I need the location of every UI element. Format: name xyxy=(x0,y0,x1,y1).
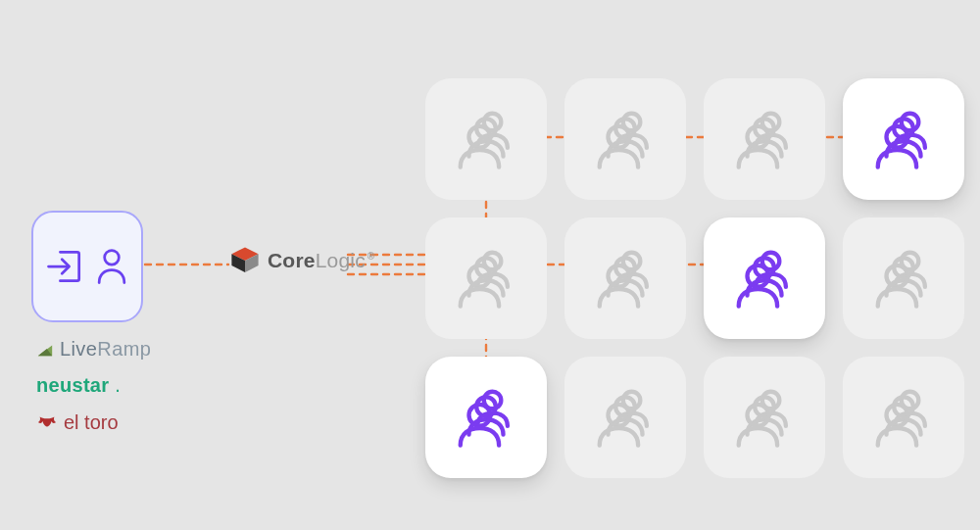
provider-liveramp-label: LiveRamp xyxy=(60,339,151,359)
audience-group-icon xyxy=(869,383,938,452)
audience-tile xyxy=(843,217,964,339)
audience-group-icon xyxy=(869,105,938,173)
providers-list: LiveRamp neustar. el toro xyxy=(36,339,151,433)
provider-neustar: neustar. xyxy=(36,375,151,395)
user-icon xyxy=(92,245,131,288)
audience-tile-matched xyxy=(425,357,547,478)
provider-neustar-label: neustar xyxy=(36,375,109,395)
audience-tile xyxy=(564,357,686,478)
audience-tile-matched xyxy=(704,217,825,339)
enter-arrow-icon xyxy=(43,245,86,288)
provider-liveramp: LiveRamp xyxy=(36,339,151,359)
audience-tile xyxy=(425,217,547,339)
provider-eltoro-label: el toro xyxy=(64,412,119,432)
audience-group-icon xyxy=(591,105,660,173)
audience-tile xyxy=(564,78,686,200)
audience-group-icon xyxy=(591,244,660,313)
eltoro-icon xyxy=(36,411,58,433)
audience-tile xyxy=(704,357,825,478)
audience-group-icon xyxy=(452,105,520,173)
audience-tile xyxy=(425,78,547,200)
corelogic-icon xyxy=(228,244,262,277)
audience-tile xyxy=(564,217,686,339)
audience-group-icon xyxy=(730,244,799,313)
audience-group-icon xyxy=(452,244,520,313)
audience-tile xyxy=(704,78,825,200)
audience-tile xyxy=(843,357,964,478)
audience-group-icon xyxy=(452,383,520,452)
audience-group-icon xyxy=(730,383,799,452)
liveramp-icon xyxy=(36,340,54,358)
hub-label: CoreLogic® xyxy=(268,249,374,272)
hub-corelogic: CoreLogic® xyxy=(228,244,374,277)
audience-tile-grid xyxy=(425,78,964,478)
provider-eltoro: el toro xyxy=(36,411,151,433)
audience-group-icon xyxy=(591,383,660,452)
audience-group-icon xyxy=(730,105,799,173)
audience-tile-matched xyxy=(843,78,964,200)
audience-group-icon xyxy=(869,244,938,313)
svg-point-7 xyxy=(105,251,120,265)
input-source-card xyxy=(31,211,143,322)
